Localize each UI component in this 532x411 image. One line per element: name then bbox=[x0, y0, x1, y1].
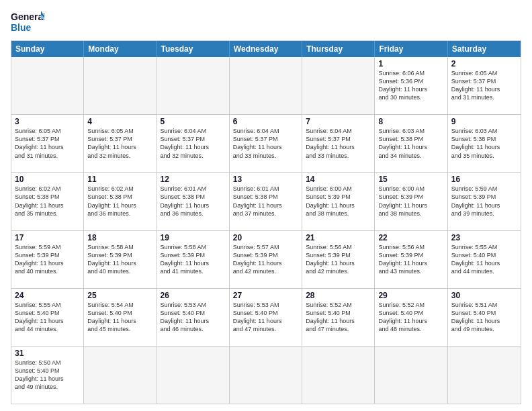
calendar-header-cell: Sunday bbox=[11, 41, 84, 57]
sunrise-text: Sunrise: 5:56 AM bbox=[306, 243, 371, 251]
logo: General Blue bbox=[11, 8, 44, 36]
sunset-text: Sunset: 5:37 PM bbox=[161, 135, 226, 143]
sunset-text: Sunset: 5:39 PM bbox=[306, 193, 371, 201]
daylight-text-2: and 34 minutes. bbox=[378, 152, 443, 160]
daylight-text: Daylight: 11 hours bbox=[233, 317, 298, 325]
sunrise-text: Sunrise: 6:06 AM bbox=[378, 69, 443, 77]
daylight-text-2: and 32 minutes. bbox=[87, 152, 152, 160]
day-number: 31 bbox=[15, 349, 80, 358]
calendar-cell bbox=[157, 347, 230, 404]
calendar-row: 17Sunrise: 5:59 AMSunset: 5:39 PMDayligh… bbox=[11, 231, 521, 289]
calendar-cell: 14Sunrise: 6:00 AMSunset: 5:39 PMDayligh… bbox=[302, 173, 375, 230]
daylight-text-2: and 44 minutes. bbox=[15, 325, 80, 333]
daylight-text: Daylight: 11 hours bbox=[161, 259, 226, 267]
calendar-row: 10Sunrise: 6:02 AMSunset: 5:38 PMDayligh… bbox=[11, 173, 521, 230]
calendar-cell: 7Sunrise: 6:04 AMSunset: 5:37 PMDaylight… bbox=[302, 115, 375, 172]
calendar-cell bbox=[302, 347, 375, 404]
day-number: 21 bbox=[306, 233, 371, 242]
daylight-text: Daylight: 11 hours bbox=[378, 259, 443, 267]
daylight-text-2: and 39 minutes. bbox=[451, 210, 517, 218]
daylight-text-2: and 33 minutes. bbox=[306, 152, 371, 160]
day-number: 17 bbox=[15, 233, 80, 242]
daylight-text: Daylight: 11 hours bbox=[306, 317, 371, 325]
calendar-cell: 3Sunrise: 6:05 AMSunset: 5:37 PMDaylight… bbox=[11, 115, 84, 172]
sunrise-text: Sunrise: 6:01 AM bbox=[161, 185, 226, 193]
sunset-text: Sunset: 5:37 PM bbox=[15, 135, 80, 143]
sunset-text: Sunset: 5:40 PM bbox=[378, 309, 443, 317]
daylight-text-2: and 38 minutes. bbox=[378, 210, 443, 218]
calendar-cell: 6Sunrise: 6:04 AMSunset: 5:37 PMDaylight… bbox=[230, 115, 302, 172]
calendar-body: 1Sunrise: 6:06 AMSunset: 5:36 PMDaylight… bbox=[11, 57, 521, 404]
calendar-header-cell: Friday bbox=[375, 41, 447, 57]
calendar-cell: 10Sunrise: 6:02 AMSunset: 5:38 PMDayligh… bbox=[11, 173, 84, 230]
daylight-text-2: and 31 minutes. bbox=[15, 152, 80, 160]
daylight-text-2: and 42 minutes. bbox=[306, 267, 371, 275]
day-number: 18 bbox=[87, 233, 152, 242]
sunset-text: Sunset: 5:39 PM bbox=[378, 251, 443, 259]
day-number: 25 bbox=[87, 291, 152, 300]
sunset-text: Sunset: 5:37 PM bbox=[87, 135, 152, 143]
daylight-text-2: and 47 minutes. bbox=[233, 325, 298, 333]
daylight-text-2: and 30 minutes. bbox=[378, 93, 443, 101]
sunset-text: Sunset: 5:39 PM bbox=[378, 193, 443, 201]
sunrise-text: Sunrise: 5:52 AM bbox=[378, 301, 443, 309]
day-number: 30 bbox=[451, 291, 517, 300]
calendar-header-cell: Thursday bbox=[302, 41, 375, 57]
daylight-text: Daylight: 11 hours bbox=[87, 201, 152, 210]
sunset-text: Sunset: 5:40 PM bbox=[233, 309, 298, 317]
sunrise-text: Sunrise: 5:58 AM bbox=[161, 243, 226, 251]
daylight-text-2: and 36 minutes. bbox=[87, 210, 152, 218]
calendar-cell: 26Sunrise: 5:53 AMSunset: 5:40 PMDayligh… bbox=[157, 289, 230, 346]
day-number: 20 bbox=[233, 233, 298, 242]
sunrise-text: Sunrise: 5:53 AM bbox=[161, 301, 226, 309]
daylight-text-2: and 46 minutes. bbox=[161, 325, 226, 333]
sunset-text: Sunset: 5:40 PM bbox=[451, 309, 517, 317]
sunrise-text: Sunrise: 6:03 AM bbox=[451, 127, 517, 135]
calendar-cell: 5Sunrise: 6:04 AMSunset: 5:37 PMDaylight… bbox=[157, 115, 230, 172]
daylight-text-2: and 41 minutes. bbox=[161, 267, 226, 275]
day-number: 26 bbox=[161, 291, 226, 300]
calendar-cell: 17Sunrise: 5:59 AMSunset: 5:39 PMDayligh… bbox=[11, 231, 84, 288]
sunset-text: Sunset: 5:38 PM bbox=[378, 135, 443, 143]
calendar-row: 31Sunrise: 5:50 AMSunset: 5:40 PMDayligh… bbox=[11, 347, 521, 404]
day-number: 29 bbox=[378, 291, 443, 300]
calendar-cell: 22Sunrise: 5:56 AMSunset: 5:39 PMDayligh… bbox=[375, 231, 447, 288]
calendar-cell: 15Sunrise: 6:00 AMSunset: 5:39 PMDayligh… bbox=[375, 173, 447, 230]
calendar-row: 1Sunrise: 6:06 AMSunset: 5:36 PMDaylight… bbox=[11, 57, 521, 115]
sunrise-text: Sunrise: 5:56 AM bbox=[378, 243, 443, 251]
svg-text:Blue: Blue bbox=[11, 22, 32, 33]
daylight-text-2: and 44 minutes. bbox=[451, 267, 517, 275]
sunrise-text: Sunrise: 5:59 AM bbox=[15, 243, 80, 251]
sunrise-text: Sunrise: 5:58 AM bbox=[87, 243, 152, 251]
sunset-text: Sunset: 5:40 PM bbox=[87, 309, 152, 317]
daylight-text-2: and 35 minutes. bbox=[15, 210, 80, 218]
daylight-text-2: and 47 minutes. bbox=[306, 325, 371, 333]
calendar-cell: 18Sunrise: 5:58 AMSunset: 5:39 PMDayligh… bbox=[84, 231, 157, 288]
daylight-text-2: and 37 minutes. bbox=[233, 210, 298, 218]
calendar-cell bbox=[11, 57, 84, 114]
daylight-text: Daylight: 11 hours bbox=[306, 143, 371, 151]
sunrise-text: Sunrise: 6:02 AM bbox=[15, 185, 80, 193]
calendar-header-row: SundayMondayTuesdayWednesdayThursdayFrid… bbox=[11, 41, 521, 57]
daylight-text-2: and 40 minutes. bbox=[87, 267, 152, 275]
day-number: 2 bbox=[451, 59, 517, 68]
sunset-text: Sunset: 5:39 PM bbox=[451, 193, 517, 201]
day-number: 22 bbox=[378, 233, 443, 242]
sunset-text: Sunset: 5:40 PM bbox=[306, 309, 371, 317]
daylight-text-2: and 43 minutes. bbox=[378, 267, 443, 275]
day-number: 1 bbox=[378, 59, 443, 68]
calendar-cell: 11Sunrise: 6:02 AMSunset: 5:38 PMDayligh… bbox=[84, 173, 157, 230]
daylight-text: Daylight: 11 hours bbox=[306, 259, 371, 267]
sunset-text: Sunset: 5:38 PM bbox=[15, 193, 80, 201]
calendar-cell: 8Sunrise: 6:03 AMSunset: 5:38 PMDaylight… bbox=[375, 115, 447, 172]
day-number: 3 bbox=[15, 117, 80, 126]
sunrise-text: Sunrise: 5:52 AM bbox=[306, 301, 371, 309]
sunrise-text: Sunrise: 5:53 AM bbox=[233, 301, 298, 309]
daylight-text-2: and 48 minutes. bbox=[378, 325, 443, 333]
sunrise-text: Sunrise: 6:00 AM bbox=[306, 185, 371, 193]
day-number: 19 bbox=[161, 233, 226, 242]
daylight-text: Daylight: 11 hours bbox=[161, 143, 226, 151]
sunset-text: Sunset: 5:40 PM bbox=[161, 309, 226, 317]
daylight-text-2: and 38 minutes. bbox=[306, 210, 371, 218]
daylight-text: Daylight: 11 hours bbox=[161, 201, 226, 210]
